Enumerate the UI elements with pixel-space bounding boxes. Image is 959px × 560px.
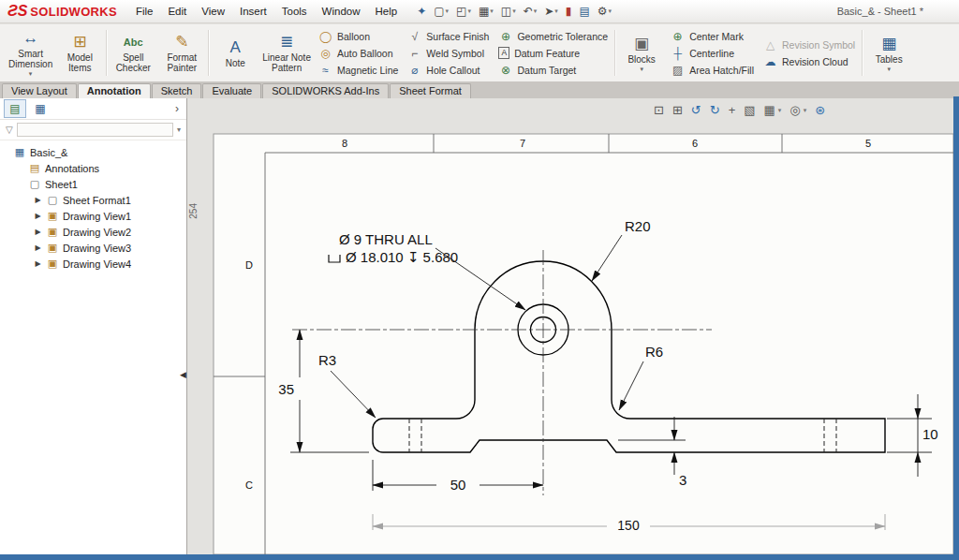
note-button[interactable]: A Note: [211, 26, 259, 80]
expander-icon[interactable]: ▶: [34, 259, 42, 268]
tree-filter-input[interactable]: [17, 123, 173, 137]
filter-funnel-icon[interactable]: ▽: [6, 125, 13, 135]
expander-icon[interactable]: ▶: [34, 196, 42, 204]
caret-down-icon: ▾: [778, 107, 782, 114]
datum-feature-button[interactable]: A Datum Feature: [498, 45, 608, 62]
options-button[interactable]: ⚙▾: [595, 3, 614, 20]
pin-icon[interactable]: ✦: [417, 5, 426, 18]
options-book-button[interactable]: ▤: [576, 3, 592, 20]
tree-item-drawing-view4[interactable]: ▶ ▣ Drawing View4: [0, 256, 186, 272]
spell-checker-button[interactable]: Abc Spell Checker: [109, 26, 157, 80]
weld-symbol-button[interactable]: ⌐ Weld Symbol: [407, 45, 489, 62]
magnetic-line-button[interactable]: ≈ Magnetic Line: [318, 62, 398, 79]
heads-up-view-toolbar: ⊡ ⊞ ↺ ↻ + ▧ ▦ ▾ ◎ ▾ ⊛: [654, 103, 825, 117]
image-quality-icon[interactable]: ▧: [744, 103, 755, 117]
dim-50[interactable]: 50: [450, 477, 466, 493]
previous-view-icon[interactable]: ↺: [691, 103, 701, 117]
menu-insert[interactable]: Insert: [232, 2, 274, 21]
display-pane-icon: ▦: [35, 102, 45, 115]
expander-icon[interactable]: ▶: [34, 212, 42, 220]
balloon-button[interactable]: ◯ Balloon: [318, 28, 398, 45]
spell-checker-icon: Abc: [124, 33, 143, 52]
dim-150[interactable]: 150: [617, 518, 640, 533]
magnetic-line-label: Magnetic Line: [337, 65, 398, 76]
tree-item-sheet1[interactable]: ▢ Sheet1: [0, 176, 186, 192]
undo-button[interactable]: ↶▾: [521, 3, 540, 20]
hide-show-items-icon[interactable]: ◎: [789, 103, 800, 117]
menu-view[interactable]: View: [194, 2, 232, 21]
zoom-to-fit-icon[interactable]: ⊡: [654, 103, 664, 117]
tab-view-layout[interactable]: View Layout: [2, 83, 77, 98]
new-document-button[interactable]: ▢▾: [431, 3, 451, 20]
dim-35[interactable]: 35: [278, 381, 294, 397]
menu-window[interactable]: Window: [315, 2, 368, 21]
hole-callout-line1[interactable]: Ø 9 THRU ALL: [339, 231, 433, 247]
pan-icon[interactable]: +: [729, 103, 736, 117]
area-hatch-fill-button[interactable]: ▨ Area Hatch/Fill: [671, 62, 754, 79]
revision-symbol-icon: △: [763, 38, 777, 52]
select-button[interactable]: ➤▾: [541, 3, 561, 20]
print-button[interactable]: ◫▾: [498, 3, 519, 20]
centerline-button[interactable]: ┼ Centerline: [671, 45, 754, 62]
panel-collapse-handle[interactable]: ◀: [180, 370, 186, 379]
drawing-sheet[interactable]: 8 7 6 5 D C: [187, 98, 953, 554]
drawing-view-icon: ▣: [46, 258, 59, 270]
tree-item-sheet-format1[interactable]: ▶ ▢ Sheet Format1: [0, 192, 186, 208]
tree-item-drawing-view1[interactable]: ▶ ▣ Drawing View1: [0, 208, 186, 224]
rotate-view-icon[interactable]: ↻: [710, 103, 720, 117]
view-settings-icon[interactable]: ⊛: [815, 103, 825, 117]
revision-cloud-button[interactable]: ☁ Revision Cloud: [763, 53, 855, 70]
linear-note-pattern-button[interactable]: ≣ Linear Note Pattern: [259, 26, 314, 80]
surface-finish-icon: √: [407, 30, 421, 43]
centerline-group: ⊕ Center Mark ┼ Centerline ▨ Area Hatch/…: [666, 26, 759, 80]
featuremanager-tree-tab[interactable]: ▤: [4, 99, 26, 118]
open-button[interactable]: ◰▾: [453, 3, 474, 20]
command-tab-bar: View Layout Annotation Sketch Evaluate S…: [0, 82, 959, 98]
surface-finish-button[interactable]: √ Surface Finish: [407, 28, 489, 45]
balloon-group: ◯ Balloon ◎ Auto Balloon ≈ Magnetic Line: [314, 26, 403, 80]
panel-expand-chevron-icon[interactable]: ›: [175, 102, 183, 115]
tree-item-annotations[interactable]: ▤ Annotations: [0, 160, 186, 176]
revision-group: △ Revision Symbol ☁ Revision Cloud: [759, 26, 860, 80]
tree-item-drawing-view2[interactable]: ▶ ▣ Drawing View2: [0, 224, 186, 240]
zoom-to-area-icon[interactable]: ⊞: [672, 103, 683, 117]
dim-3[interactable]: 3: [679, 472, 686, 488]
hole-callout-line2[interactable]: Ø 18.010 ↧ 5.680: [346, 249, 458, 265]
geometric-tolerance-button[interactable]: ⊕ Geometric Tolerance: [498, 28, 608, 45]
redline-button[interactable]: ▮: [563, 3, 575, 20]
tab-sketch[interactable]: Sketch: [152, 83, 202, 98]
tree-item-root[interactable]: ▦ Basic_&: [0, 144, 186, 160]
caret-down-icon: ▾: [640, 66, 643, 72]
display-pane-tab[interactable]: ▦: [29, 99, 52, 118]
format-painter-button[interactable]: ✎ Format Painter: [157, 26, 206, 80]
display-style-icon[interactable]: ▦: [764, 103, 775, 117]
expander-icon[interactable]: ▶: [34, 243, 42, 252]
tab-solidworks-add-ins[interactable]: SOLIDWORKS Add-Ins: [262, 83, 389, 98]
save-button[interactable]: ▦▾: [476, 3, 496, 20]
dim-r20[interactable]: R20: [625, 218, 651, 234]
blocks-button[interactable]: ▣ Blocks ▾: [617, 26, 666, 80]
tables-button[interactable]: ▦ Tables ▾: [864, 26, 913, 80]
caret-down-icon: ▾: [29, 70, 33, 77]
format-painter-icon: ✎: [175, 33, 188, 52]
menu-tools[interactable]: Tools: [274, 2, 315, 21]
tree-item-drawing-view3[interactable]: ▶ ▣ Drawing View3: [0, 240, 186, 256]
menu-file[interactable]: File: [128, 2, 161, 21]
dim-10[interactable]: 10: [922, 426, 938, 442]
expander-icon[interactable]: ▶: [34, 228, 42, 236]
model-items-button[interactable]: ⊞ Model Items: [55, 26, 104, 80]
dim-r3[interactable]: R3: [318, 352, 336, 368]
menu-help[interactable]: Help: [368, 2, 406, 21]
dim-r6[interactable]: R6: [645, 344, 663, 360]
solidworks-logo: ƧS SOLIDWORKS: [0, 3, 128, 20]
auto-balloon-button[interactable]: ◎ Auto Balloon: [318, 45, 398, 62]
tab-sheet-format[interactable]: Sheet Format: [390, 83, 471, 98]
hole-callout-button[interactable]: ⌀ Hole Callout: [407, 62, 489, 79]
tab-annotation[interactable]: Annotation: [78, 83, 151, 98]
center-mark-button[interactable]: ⊕ Center Mark: [671, 28, 754, 45]
graphics-area[interactable]: ⊡ ⊞ ↺ ↻ + ▧ ▦ ▾ ◎ ▾ ⊛ 254: [187, 98, 953, 554]
datum-target-button[interactable]: ⊗ Datum Target: [498, 62, 608, 79]
menu-edit[interactable]: Edit: [160, 2, 194, 21]
smart-dimension-button[interactable]: ↔ Smart Dimension ▾: [6, 26, 55, 80]
tab-evaluate[interactable]: Evaluate: [202, 83, 261, 98]
